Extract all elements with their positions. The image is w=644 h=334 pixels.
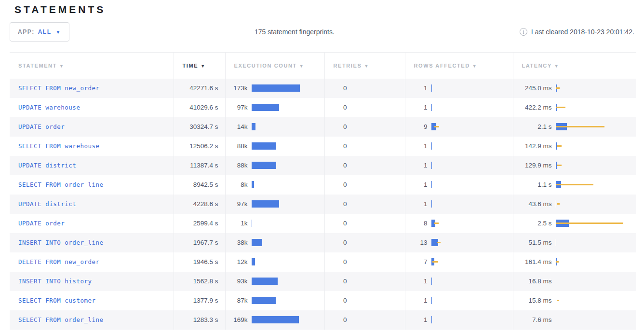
statement-cell: SELECT FROM new_order xyxy=(10,79,174,98)
latency-bar-area xyxy=(556,316,637,323)
table-row: UPDATE warehouse41029.6 s97k01422.2 ms xyxy=(10,98,636,117)
latency-bar-area xyxy=(556,258,637,265)
latency-bar-area xyxy=(556,123,637,130)
execution-count-value: 87k xyxy=(226,297,248,304)
statement-link[interactable]: SELECT FROM order_line xyxy=(18,316,104,323)
retries-cell: 0 xyxy=(324,98,405,117)
latency-cell: 16.8 ms xyxy=(513,272,636,291)
stddev-line xyxy=(557,145,562,147)
rows-affected-value: 1 xyxy=(405,181,428,188)
retries-bar-area xyxy=(351,123,405,130)
statement-link[interactable]: UPDATE order xyxy=(18,220,65,227)
rows-affected-bar-area xyxy=(431,123,513,130)
latency-value: 7.6 ms xyxy=(513,316,552,323)
execution-count-bar xyxy=(252,297,276,304)
execution-count-cell: 169k xyxy=(225,310,324,330)
retries-value: 0 xyxy=(325,200,347,208)
retries-value: 0 xyxy=(325,123,347,130)
table-row: SELECT FROM warehouse12506.2 s88k01142.9… xyxy=(10,137,636,156)
statement-link[interactable]: SELECT FROM customer xyxy=(18,297,96,304)
rows-affected-bar-area xyxy=(431,104,513,111)
statement-link[interactable]: SELECT FROM new_order xyxy=(18,84,100,92)
execution-count-bar-area xyxy=(252,278,324,285)
execution-count-cell: 1k xyxy=(225,214,324,233)
rows-affected-value: 1 xyxy=(405,200,428,208)
rows-affected-cell: 1 xyxy=(405,98,513,117)
column-header-time[interactable]: TIME▼ xyxy=(174,53,225,79)
retries-cell: 0 xyxy=(324,175,405,195)
statement-link[interactable]: SELECT FROM order_line xyxy=(18,181,104,188)
rows-affected-cell: 1 xyxy=(405,175,513,195)
sort-desc-icon: ▼ xyxy=(472,64,478,69)
rows-affected-value: 1 xyxy=(405,162,428,169)
latency-value: 16.8 ms xyxy=(513,278,552,285)
info-icon[interactable]: i xyxy=(520,28,527,36)
execution-count-cell: 88k xyxy=(225,137,324,156)
latency-bar-area xyxy=(556,84,637,92)
column-header-statement[interactable]: STATEMENT▼ xyxy=(10,53,174,79)
rows-affected-bar-area xyxy=(431,200,513,208)
retries-value: 0 xyxy=(325,297,347,304)
execution-count-bar xyxy=(252,316,299,323)
sort-desc-icon: ▼ xyxy=(201,64,206,69)
statement-cell: UPDATE warehouse xyxy=(10,98,174,117)
rows-affected-value: 1 xyxy=(405,316,428,323)
stddev-line xyxy=(437,242,441,243)
execution-count-bar-area xyxy=(252,142,324,150)
execution-count-bar xyxy=(252,142,276,150)
retries-value: 0 xyxy=(325,239,347,246)
execution-count-bar xyxy=(252,200,279,208)
stddev-line xyxy=(557,203,560,205)
latency-value: 129.9 ms xyxy=(513,162,552,169)
statement-link[interactable]: UPDATE district xyxy=(18,162,76,169)
statement-link[interactable]: UPDATE warehouse xyxy=(18,104,80,111)
rows-affected-bar-area xyxy=(431,181,513,188)
last-cleared-text: Last cleared 2018-10-23 20:01:42. xyxy=(531,28,634,36)
statement-link[interactable]: UPDATE district xyxy=(18,200,76,208)
retries-value: 0 xyxy=(325,258,347,265)
sort-desc-icon: ▼ xyxy=(59,64,65,69)
stddev-line xyxy=(556,261,559,263)
column-label: STATEMENT xyxy=(18,63,57,69)
retries-cell: 0 xyxy=(324,272,405,291)
column-header-execution-count[interactable]: EXECUTION COUNT▼ xyxy=(225,53,324,79)
execution-count-value: 88k xyxy=(226,162,248,169)
toolbar: APP: ALL ▼ 175 statement fingerprints. i… xyxy=(10,22,634,42)
chevron-down-icon: ▼ xyxy=(56,29,61,35)
statement-link[interactable]: SELECT FROM warehouse xyxy=(18,142,100,150)
retries-bar-area xyxy=(351,239,405,246)
latency-cell: 422.2 ms xyxy=(513,98,636,117)
latency-cell: 1.1 s xyxy=(513,175,636,195)
statement-link[interactable]: INSERT INTO history xyxy=(18,278,92,285)
retries-value: 0 xyxy=(325,104,347,111)
sort-desc-icon: ▼ xyxy=(364,64,369,69)
retries-bar-area xyxy=(351,181,405,188)
latency-bar-area xyxy=(556,297,637,304)
statement-link[interactable]: INSERT INTO order_line xyxy=(18,239,104,246)
statement-cell: SELECT FROM customer xyxy=(10,291,174,310)
rows-affected-bar xyxy=(431,84,432,92)
retries-value: 0 xyxy=(325,84,347,92)
rows-affected-cell: 1 xyxy=(405,79,513,98)
execution-count-bar-area xyxy=(252,220,324,227)
page-title: STATEMENTS xyxy=(14,4,644,15)
statement-link[interactable]: UPDATE order xyxy=(18,123,65,130)
execution-count-bar xyxy=(252,104,279,111)
column-label: LATENCY xyxy=(522,63,552,69)
rows-affected-bar xyxy=(431,142,432,150)
column-header-latency[interactable]: LATENCY▼ xyxy=(513,53,636,79)
retries-bar-area xyxy=(351,162,405,169)
execution-count-cell: 87k xyxy=(225,291,324,310)
execution-count-bar-area xyxy=(252,200,324,208)
statement-link[interactable]: DELETE FROM new_order xyxy=(18,258,100,265)
statement-cell: SELECT FROM warehouse xyxy=(10,137,174,156)
rows-affected-cell: 13 xyxy=(405,233,513,252)
time-cell: 4228.6 s xyxy=(174,195,225,214)
statement-cell: UPDATE order xyxy=(10,214,174,233)
app-filter-dropdown[interactable]: APP: ALL ▼ xyxy=(10,22,69,42)
column-header-rows-affected[interactable]: ROWS AFFECTED▼ xyxy=(405,53,513,79)
column-header-retries[interactable]: RETRIES▼ xyxy=(324,53,405,79)
statement-cell: INSERT INTO history xyxy=(10,272,174,291)
app-filter-label: APP: xyxy=(18,28,35,35)
statement-cell: INSERT INTO order_line xyxy=(10,233,174,252)
